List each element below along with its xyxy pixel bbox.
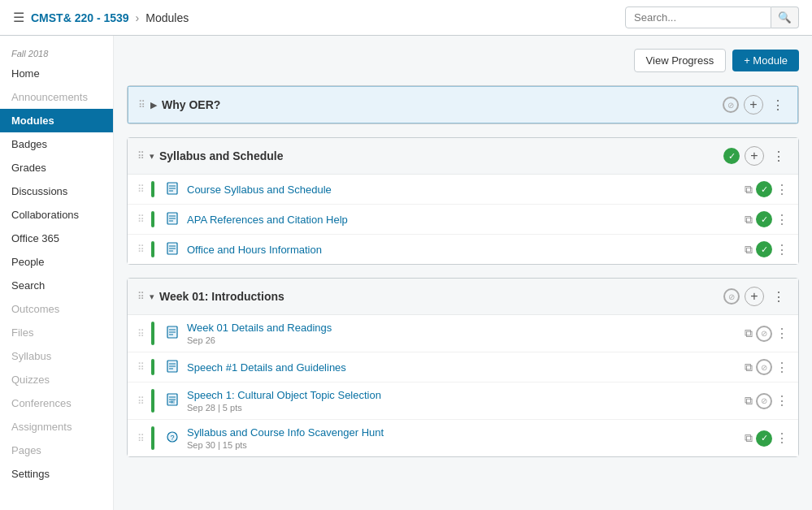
- item-title-speech1-details[interactable]: Speech #1 Details and Guidelines: [187, 361, 738, 374]
- page-icon: [164, 242, 180, 257]
- item-drag-handle[interactable]: ⠿: [137, 361, 145, 373]
- sidebar-item-search[interactable]: Search: [0, 274, 113, 297]
- copy-icon[interactable]: ⧉: [745, 243, 753, 257]
- module-status-ban: ⊘: [723, 97, 739, 113]
- item-drag-handle[interactable]: ⠿: [137, 395, 145, 407]
- drag-handle[interactable]: ⠿: [137, 150, 145, 162]
- copy-icon[interactable]: ⧉: [745, 183, 753, 197]
- item-meta-syllabus-scavenger: Sep 30 | 15 pts: [187, 440, 738, 450]
- svg-rect-24: [171, 400, 175, 404]
- item-content: Week 01 Details and Readings Sep 26: [187, 322, 738, 345]
- status-ban: ⊘: [756, 393, 772, 409]
- check-icon: ✓: [728, 151, 736, 162]
- item-drag-handle[interactable]: ⠿: [137, 184, 145, 195]
- item-title-course-syllabus[interactable]: Course Syllabus and Schedule: [187, 184, 738, 196]
- copy-icon[interactable]: ⧉: [745, 361, 753, 374]
- more-icon[interactable]: ⋮: [775, 182, 788, 197]
- search-input[interactable]: [625, 6, 771, 28]
- sidebar-item-collaborations[interactable]: Collaborations: [0, 203, 113, 227]
- more-icon[interactable]: ⋮: [775, 212, 788, 227]
- module-title-why-oer: Why OER?: [162, 98, 718, 111]
- add-module-button[interactable]: + Module: [732, 50, 799, 71]
- expand-icon[interactable]: ▾: [150, 151, 154, 162]
- item-left-bar: [151, 322, 154, 345]
- item-title-speech1-cultural[interactable]: Speech 1: Cultural Object Topic Selectio…: [187, 389, 738, 401]
- item-title-week01-details[interactable]: Week 01 Details and Readings: [187, 322, 738, 334]
- more-icon[interactable]: ⋮: [775, 326, 788, 341]
- item-left-bar: [151, 181, 154, 197]
- module-add-button[interactable]: +: [745, 146, 764, 166]
- view-progress-button[interactable]: View Progress: [634, 49, 727, 72]
- drag-handle[interactable]: ⠿: [138, 99, 145, 110]
- item-actions: ⧉ ⊘ ⋮: [745, 359, 788, 375]
- search-button[interactable]: 🔍: [771, 6, 799, 28]
- item-drag-handle[interactable]: ⠿: [137, 214, 145, 225]
- item-content: Speech 1: Cultural Object Topic Selectio…: [187, 389, 738, 413]
- sidebar-item-modules[interactable]: Modules: [0, 109, 113, 132]
- sidebar-item-grades[interactable]: Grades: [0, 156, 113, 179]
- page-title: Modules: [145, 11, 189, 24]
- quiz-icon: ?: [164, 430, 180, 446]
- module-item-office-hours: ⠿ Office and Hours Information ⧉ ✓: [128, 235, 798, 264]
- module-title-syllabus: Syllabus and Schedule: [159, 149, 719, 162]
- module-add-button[interactable]: +: [744, 95, 763, 115]
- search-wrapper: 🔍: [625, 6, 799, 28]
- item-content: Syllabus and Course Info Scavenger Hunt …: [187, 426, 738, 450]
- sidebar-item-badges[interactable]: Badges: [0, 132, 113, 156]
- module-item-apa: ⠿ APA References and Citation Help ⧉ ✓: [128, 205, 798, 235]
- module-item-course-syllabus: ⠿ Course Syllabus and Schedule ⧉ ✓: [128, 175, 798, 205]
- item-content: Course Syllabus and Schedule: [187, 184, 738, 196]
- sidebar-item-home[interactable]: Home: [0, 62, 113, 85]
- module-syllabus-schedule: ⠿ ▾ Syllabus and Schedule ✓ + ⋮ ⠿: [127, 137, 799, 265]
- main-content: View Progress + Module ⠿ ▶ Why OER? ⊘ + …: [114, 36, 812, 510]
- module-title-week01: Week 01: Introductions: [159, 290, 719, 303]
- svg-text:?: ?: [170, 434, 174, 442]
- sidebar-item-quizzes: Quizzes: [0, 368, 113, 391]
- expand-icon[interactable]: ▾: [150, 292, 154, 302]
- module-item-speech1-cultural: ⠿ Speech 1: Cultural Object Topic Select…: [128, 382, 798, 420]
- item-drag-handle[interactable]: ⠿: [137, 244, 145, 255]
- more-icon[interactable]: ⋮: [775, 242, 788, 257]
- item-drag-handle[interactable]: ⠿: [137, 328, 145, 339]
- expand-icon[interactable]: ▶: [150, 100, 157, 110]
- sidebar-item-people[interactable]: People: [0, 250, 113, 274]
- more-icon[interactable]: ⋮: [775, 393, 788, 408]
- status-check: ✓: [756, 211, 772, 227]
- item-title-syllabus-scavenger[interactable]: Syllabus and Course Info Scavenger Hunt: [187, 426, 738, 439]
- drag-handle[interactable]: ⠿: [137, 291, 145, 302]
- module-more-button[interactable]: ⋮: [769, 287, 788, 306]
- item-actions: ⧉ ⊘ ⋮: [745, 393, 788, 409]
- module-more-button[interactable]: ⋮: [769, 147, 788, 166]
- item-title-apa[interactable]: APA References and Citation Help: [187, 214, 738, 226]
- copy-icon[interactable]: ⧉: [745, 394, 753, 408]
- sidebar-item-settings[interactable]: Settings: [0, 462, 113, 486]
- module-item-week01-details: ⠿ Week 01 Details and Readings Sep 26 ⧉: [128, 315, 798, 352]
- top-nav: ☰ CMST& 220 - 1539 › Modules 🔍: [0, 0, 812, 36]
- sidebar-item-outcomes: Outcomes: [0, 297, 113, 321]
- module-more-button[interactable]: ⋮: [768, 96, 788, 115]
- status-check: ✓: [756, 241, 772, 257]
- hamburger-icon[interactable]: ☰: [13, 10, 24, 25]
- copy-icon[interactable]: ⧉: [745, 213, 753, 227]
- page-icon: [164, 212, 180, 227]
- status-ban: ⊘: [756, 359, 772, 375]
- more-icon[interactable]: ⋮: [775, 430, 788, 446]
- item-drag-handle[interactable]: ⠿: [137, 433, 145, 444]
- module-actions: ⊘ + ⋮: [723, 95, 788, 115]
- copy-icon[interactable]: ⧉: [745, 326, 753, 340]
- course-link[interactable]: CMST& 220 - 1539: [31, 11, 129, 24]
- ban-icon: ⊘: [727, 101, 734, 110]
- semester-label: Fall 2018: [0, 42, 113, 62]
- sidebar-item-syllabus: Syllabus: [0, 344, 113, 368]
- sidebar-item-announcements: Announcements: [0, 85, 113, 109]
- sidebar-item-office365[interactable]: Office 365: [0, 227, 113, 250]
- module-add-button[interactable]: +: [745, 287, 764, 306]
- item-title-office-hours[interactable]: Office and Hours Information: [187, 244, 738, 256]
- copy-icon[interactable]: ⧉: [745, 431, 753, 445]
- sidebar-item-pages: Pages: [0, 439, 113, 462]
- sidebar-item-discussions[interactable]: Discussions: [0, 179, 113, 203]
- item-left-bar: [151, 389, 154, 413]
- more-icon[interactable]: ⋮: [775, 360, 788, 375]
- sidebar: Fall 2018 HomeAnnouncementsModulesBadges…: [0, 36, 114, 510]
- module-status-check: ✓: [723, 148, 740, 164]
